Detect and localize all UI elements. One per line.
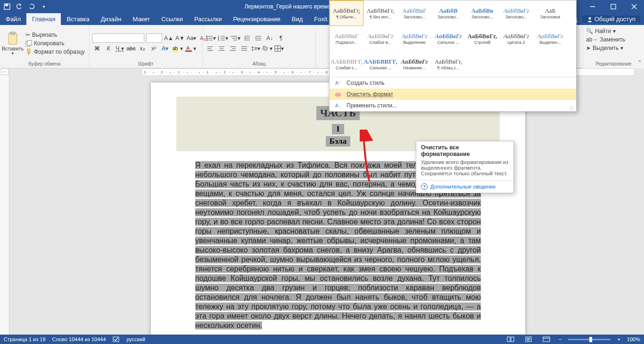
redo-icon[interactable]: [27, 2, 36, 11]
font-shrink-icon[interactable]: A▼: [175, 33, 185, 43]
indent-increase-icon[interactable]: [254, 33, 263, 43]
tab-view[interactable]: Вид: [286, 13, 309, 25]
tab-layout[interactable]: Макет: [127, 13, 156, 25]
tab-review[interactable]: Рецензирование: [227, 13, 286, 25]
font-color-icon[interactable]: A▾: [185, 44, 196, 53]
ribbon-collapse-icon[interactable]: ⌃: [637, 59, 642, 66]
strikethrough-icon[interactable]: abc: [126, 44, 136, 53]
style-item[interactable]: ААББВВГГ,Слабая с...: [330, 51, 363, 77]
style-item[interactable]: АаБбВвГг,¶ Без инт...: [363, 0, 397, 26]
style-item[interactable]: АаБбВвГгВыделен...: [533, 26, 567, 51]
ruler-corner[interactable]: ⌐: [1, 68, 8, 75]
style-item[interactable]: АаБбВвГгЦитата 2: [499, 26, 533, 51]
replace-icon: ab→: [586, 36, 598, 43]
indent-decrease-icon[interactable]: [242, 33, 252, 43]
close-icon[interactable]: [624, 0, 644, 13]
zoom-slider[interactable]: [568, 339, 611, 340]
style-item[interactable]: АаБбВвГгВыделение: [397, 26, 431, 51]
style-item[interactable]: АаБбВвГг,Строгий: [465, 26, 499, 51]
pilcrow-icon[interactable]: ¶: [276, 33, 286, 43]
numbering-icon[interactable]: 123▾: [218, 33, 228, 43]
undo-icon[interactable]: [15, 2, 24, 11]
tooltip-more-info-link[interactable]: ?Дополнительные сведения: [416, 180, 513, 193]
align-center-icon[interactable]: [217, 44, 226, 53]
cut-button[interactable]: ✂Вырезать: [25, 31, 86, 39]
status-page[interactable]: Страница 1 из 18: [4, 336, 46, 342]
svg-text:A: A: [335, 103, 339, 108]
zoom-in-icon[interactable]: +: [617, 336, 620, 342]
style-item[interactable]: АаБбВЗаголово...: [431, 0, 465, 26]
align-left-icon[interactable]: [206, 44, 215, 53]
svg-rect-59: [336, 93, 340, 96]
style-item[interactable]: АаБбВвГгЗаголово...: [499, 0, 533, 26]
style-item[interactable]: АаБбВвГПодзагол...: [330, 26, 363, 51]
style-item[interactable]: АаБЗаголовок: [533, 0, 567, 26]
clear-format-menuitem[interactable]: Очистить формат: [330, 89, 576, 100]
qat-dropdown-icon[interactable]: ▼: [40, 2, 48, 11]
select-button[interactable]: ➤Выделить ▾: [586, 44, 641, 52]
clipboard-icon: [5, 32, 20, 46]
style-item[interactable]: АаБбВвГгСильное ...: [431, 26, 465, 51]
borders-icon[interactable]: ▾: [274, 44, 284, 53]
status-language[interactable]: русский: [127, 336, 145, 342]
view-print-icon[interactable]: [523, 335, 534, 344]
align-justify-icon[interactable]: [239, 44, 249, 53]
text-effects-icon[interactable]: A▾: [160, 44, 170, 53]
apply-styles-menuitem[interactable]: A⌄Применить стили...: [330, 100, 576, 111]
replace-button[interactable]: ab→Заменить: [586, 35, 641, 44]
save-icon[interactable]: [3, 2, 11, 11]
status-words[interactable]: Слово 10444 из 10444: [52, 336, 106, 342]
svg-point-21: [206, 36, 208, 37]
italic-icon[interactable]: К: [104, 44, 113, 53]
status-proofing-icon[interactable]: [113, 336, 120, 343]
bold-icon[interactable]: Ж: [92, 44, 102, 53]
tab-file[interactable]: Файл: [0, 13, 26, 25]
tab-insert[interactable]: Вставка: [61, 13, 95, 25]
align-right-icon[interactable]: [228, 44, 238, 53]
find-button[interactable]: 🔍Найти ▾: [586, 27, 641, 35]
paste-button[interactable]: Вставить ▼: [3, 26, 23, 60]
zoom-level[interactable]: 100%: [627, 336, 640, 342]
tab-references[interactable]: Ссылки: [156, 13, 189, 25]
document-page[interactable]: ЧАСТЬ I Бэла Я ехал на перекладных из Ти…: [151, 82, 525, 335]
zoom-out-icon[interactable]: −: [559, 336, 561, 342]
minimize-icon[interactable]: [583, 0, 603, 13]
style-item[interactable]: АаБбВвГЗаголово...: [397, 0, 431, 26]
font-name-input[interactable]: [92, 33, 144, 43]
svg-rect-1: [5, 4, 8, 6]
clear-formatting-tooltip: Очистить все форматирование Удаление все…: [416, 141, 514, 193]
svg-point-8: [588, 17, 591, 19]
multilevel-icon[interactable]: ▾: [230, 33, 240, 43]
font-size-input[interactable]: [146, 33, 162, 43]
subscript-icon[interactable]: x₂: [138, 44, 147, 53]
style-item[interactable]: АаБбВвГгНазвание...: [397, 51, 431, 77]
copy-button[interactable]: Копировать: [25, 40, 86, 47]
style-item[interactable]: АаБбВвГг,¶ Обычн...: [330, 0, 363, 26]
font-grow-icon[interactable]: A▲: [164, 33, 173, 43]
svg-rect-10: [10, 32, 15, 34]
shading-icon[interactable]: ▾: [262, 44, 272, 53]
style-item[interactable]: АаБбВвГг,¶ Абзац с...: [431, 51, 465, 77]
superscript-icon[interactable]: x²: [149, 44, 158, 53]
underline-icon[interactable]: Ч ▾: [115, 44, 124, 53]
share-button[interactable]: Общий доступ: [582, 16, 640, 23]
change-case-icon[interactable]: Aa▾: [187, 33, 196, 43]
tab-design[interactable]: Дизайн: [95, 13, 127, 25]
vertical-ruler[interactable]: ⌐: [0, 68, 9, 335]
tab-mailings[interactable]: Рассылки: [189, 13, 227, 25]
copy-icon: [25, 40, 32, 47]
tab-home[interactable]: Главная: [26, 13, 61, 25]
gallery-expand-icon[interactable]: .::: [568, 105, 575, 110]
view-read-icon[interactable]: [505, 335, 516, 344]
maximize-icon[interactable]: [603, 0, 623, 13]
create-style-menuitem[interactable]: A+Создать стиль: [330, 77, 576, 89]
format-painter-button[interactable]: Формат по образцу: [25, 48, 86, 56]
sort-icon[interactable]: A↓: [265, 33, 274, 43]
view-web-icon[interactable]: [541, 335, 552, 344]
style-item[interactable]: АаБбВвГгСлабое в...: [363, 26, 397, 51]
bullets-icon[interactable]: ▾: [206, 33, 216, 43]
highlight-icon[interactable]: ab▾: [172, 44, 183, 53]
style-item[interactable]: ААББВВГГ,Сильная ...: [363, 51, 397, 77]
line-spacing-icon[interactable]: ‡≡▾: [251, 44, 260, 53]
style-item[interactable]: АаБбВвЗаголово...: [465, 0, 499, 26]
